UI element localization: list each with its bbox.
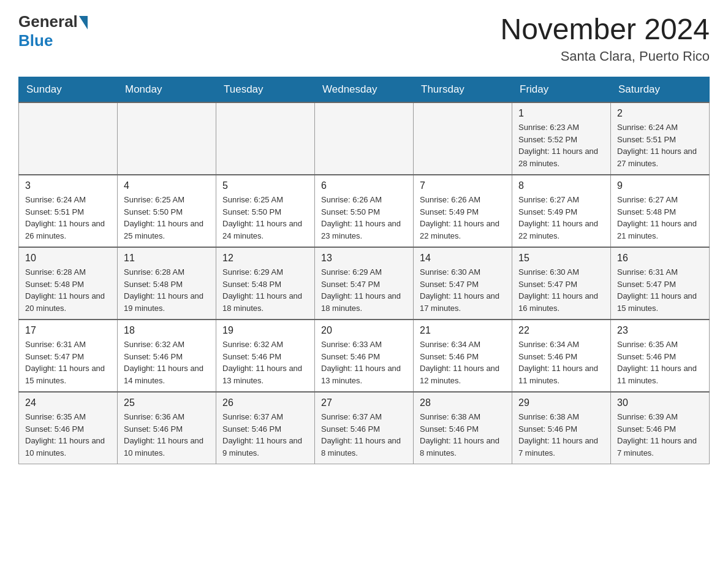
calendar-cell: 5Sunrise: 6:25 AM Sunset: 5:50 PM Daylig… xyxy=(216,175,315,247)
day-number: 5 xyxy=(222,180,308,191)
calendar-cell: 25Sunrise: 6:36 AM Sunset: 5:46 PM Dayli… xyxy=(118,392,216,464)
calendar-cell: 30Sunrise: 6:39 AM Sunset: 5:46 PM Dayli… xyxy=(611,392,710,464)
calendar-cell: 14Sunrise: 6:30 AM Sunset: 5:47 PM Dayli… xyxy=(414,247,512,320)
day-info: Sunrise: 6:24 AM Sunset: 5:51 PM Dayligh… xyxy=(25,194,111,242)
day-number: 16 xyxy=(617,253,703,264)
calendar-week-row: 24Sunrise: 6:35 AM Sunset: 5:46 PM Dayli… xyxy=(19,392,710,464)
day-number: 1 xyxy=(518,108,604,119)
title-section: November 2024 Santa Clara, Puerto Rico xyxy=(500,12,710,64)
day-info: Sunrise: 6:31 AM Sunset: 5:47 PM Dayligh… xyxy=(25,339,111,386)
day-number: 15 xyxy=(518,253,604,264)
calendar-week-row: 10Sunrise: 6:28 AM Sunset: 5:48 PM Dayli… xyxy=(19,247,710,320)
calendar-header-thursday: Thursday xyxy=(414,77,512,103)
day-number: 8 xyxy=(518,180,604,191)
calendar-week-row: 1Sunrise: 6:23 AM Sunset: 5:52 PM Daylig… xyxy=(19,102,710,175)
calendar-cell: 8Sunrise: 6:27 AM Sunset: 5:49 PM Daylig… xyxy=(512,175,611,247)
calendar-cell: 22Sunrise: 6:34 AM Sunset: 5:46 PM Dayli… xyxy=(512,320,611,392)
day-number: 4 xyxy=(124,180,210,191)
day-number: 27 xyxy=(321,397,407,408)
day-number: 28 xyxy=(420,397,506,408)
calendar-cell: 13Sunrise: 6:29 AM Sunset: 5:47 PM Dayli… xyxy=(315,247,414,320)
day-info: Sunrise: 6:33 AM Sunset: 5:46 PM Dayligh… xyxy=(321,339,407,386)
day-number: 10 xyxy=(25,253,111,264)
day-info: Sunrise: 6:29 AM Sunset: 5:47 PM Dayligh… xyxy=(321,266,407,314)
calendar-cell xyxy=(118,102,216,175)
calendar-cell: 27Sunrise: 6:37 AM Sunset: 5:46 PM Dayli… xyxy=(315,392,414,464)
calendar-cell: 28Sunrise: 6:38 AM Sunset: 5:46 PM Dayli… xyxy=(414,392,512,464)
calendar-cell xyxy=(414,102,512,175)
calendar-cell: 18Sunrise: 6:32 AM Sunset: 5:46 PM Dayli… xyxy=(118,320,216,392)
calendar-cell: 15Sunrise: 6:30 AM Sunset: 5:47 PM Dayli… xyxy=(512,247,611,320)
calendar-cell: 11Sunrise: 6:28 AM Sunset: 5:48 PM Dayli… xyxy=(118,247,216,320)
day-number: 18 xyxy=(124,325,210,336)
day-number: 9 xyxy=(617,180,703,191)
logo: General Blue xyxy=(18,12,88,50)
calendar-cell: 4Sunrise: 6:25 AM Sunset: 5:50 PM Daylig… xyxy=(118,175,216,247)
day-info: Sunrise: 6:32 AM Sunset: 5:46 PM Dayligh… xyxy=(124,339,210,386)
day-number: 30 xyxy=(617,397,703,408)
calendar-week-row: 17Sunrise: 6:31 AM Sunset: 5:47 PM Dayli… xyxy=(19,320,710,392)
day-info: Sunrise: 6:31 AM Sunset: 5:47 PM Dayligh… xyxy=(617,266,703,314)
day-number: 23 xyxy=(617,325,703,336)
month-title: November 2024 xyxy=(500,12,710,46)
day-info: Sunrise: 6:29 AM Sunset: 5:48 PM Dayligh… xyxy=(222,266,308,314)
calendar-cell: 19Sunrise: 6:32 AM Sunset: 5:46 PM Dayli… xyxy=(216,320,315,392)
day-number: 21 xyxy=(420,325,506,336)
logo-triangle-icon xyxy=(79,16,88,29)
day-info: Sunrise: 6:38 AM Sunset: 5:46 PM Dayligh… xyxy=(420,411,506,459)
day-number: 17 xyxy=(25,325,111,336)
calendar-header-monday: Monday xyxy=(118,77,216,103)
calendar-table: SundayMondayTuesdayWednesdayThursdayFrid… xyxy=(18,77,710,464)
day-info: Sunrise: 6:35 AM Sunset: 5:46 PM Dayligh… xyxy=(25,411,111,459)
day-number: 11 xyxy=(124,253,210,264)
calendar-cell: 7Sunrise: 6:26 AM Sunset: 5:49 PM Daylig… xyxy=(414,175,512,247)
calendar-header-saturday: Saturday xyxy=(611,77,710,103)
day-info: Sunrise: 6:27 AM Sunset: 5:49 PM Dayligh… xyxy=(518,194,604,242)
calendar-cell: 16Sunrise: 6:31 AM Sunset: 5:47 PM Dayli… xyxy=(611,247,710,320)
calendar-cell: 6Sunrise: 6:26 AM Sunset: 5:50 PM Daylig… xyxy=(315,175,414,247)
calendar-header-sunday: Sunday xyxy=(19,77,118,103)
calendar-cell: 23Sunrise: 6:35 AM Sunset: 5:46 PM Dayli… xyxy=(611,320,710,392)
day-info: Sunrise: 6:28 AM Sunset: 5:48 PM Dayligh… xyxy=(124,266,210,314)
calendar-header-friday: Friday xyxy=(512,77,611,103)
calendar-cell: 20Sunrise: 6:33 AM Sunset: 5:46 PM Dayli… xyxy=(315,320,414,392)
day-number: 24 xyxy=(25,397,111,408)
day-info: Sunrise: 6:34 AM Sunset: 5:46 PM Dayligh… xyxy=(420,339,506,386)
day-number: 13 xyxy=(321,253,407,264)
calendar-cell xyxy=(19,102,118,175)
day-info: Sunrise: 6:36 AM Sunset: 5:46 PM Dayligh… xyxy=(124,411,210,459)
calendar-week-row: 3Sunrise: 6:24 AM Sunset: 5:51 PM Daylig… xyxy=(19,175,710,247)
day-number: 26 xyxy=(222,397,308,408)
day-info: Sunrise: 6:26 AM Sunset: 5:49 PM Dayligh… xyxy=(420,194,506,242)
day-info: Sunrise: 6:38 AM Sunset: 5:46 PM Dayligh… xyxy=(518,411,604,459)
day-number: 2 xyxy=(617,108,703,119)
day-info: Sunrise: 6:35 AM Sunset: 5:46 PM Dayligh… xyxy=(617,339,703,386)
calendar-cell: 10Sunrise: 6:28 AM Sunset: 5:48 PM Dayli… xyxy=(19,247,118,320)
day-number: 14 xyxy=(420,253,506,264)
location-label: Santa Clara, Puerto Rico xyxy=(500,48,710,64)
day-info: Sunrise: 6:26 AM Sunset: 5:50 PM Dayligh… xyxy=(321,194,407,242)
calendar-cell xyxy=(315,102,414,175)
day-info: Sunrise: 6:27 AM Sunset: 5:48 PM Dayligh… xyxy=(617,194,703,242)
day-number: 3 xyxy=(25,180,111,191)
logo-blue-text: Blue xyxy=(18,31,53,50)
calendar-header-tuesday: Tuesday xyxy=(216,77,315,103)
day-number: 19 xyxy=(222,325,308,336)
day-number: 20 xyxy=(321,325,407,336)
day-info: Sunrise: 6:23 AM Sunset: 5:52 PM Dayligh… xyxy=(518,121,604,169)
calendar-cell: 29Sunrise: 6:38 AM Sunset: 5:46 PM Dayli… xyxy=(512,392,611,464)
calendar-cell: 3Sunrise: 6:24 AM Sunset: 5:51 PM Daylig… xyxy=(19,175,118,247)
calendar-header-row: SundayMondayTuesdayWednesdayThursdayFrid… xyxy=(19,77,710,103)
day-info: Sunrise: 6:32 AM Sunset: 5:46 PM Dayligh… xyxy=(222,339,308,386)
calendar-cell: 12Sunrise: 6:29 AM Sunset: 5:48 PM Dayli… xyxy=(216,247,315,320)
day-info: Sunrise: 6:37 AM Sunset: 5:46 PM Dayligh… xyxy=(222,411,308,459)
day-info: Sunrise: 6:34 AM Sunset: 5:46 PM Dayligh… xyxy=(518,339,604,386)
calendar-header-wednesday: Wednesday xyxy=(315,77,414,103)
day-info: Sunrise: 6:24 AM Sunset: 5:51 PM Dayligh… xyxy=(617,121,703,169)
day-number: 7 xyxy=(420,180,506,191)
calendar-cell: 9Sunrise: 6:27 AM Sunset: 5:48 PM Daylig… xyxy=(611,175,710,247)
day-number: 29 xyxy=(518,397,604,408)
day-info: Sunrise: 6:30 AM Sunset: 5:47 PM Dayligh… xyxy=(420,266,506,314)
day-info: Sunrise: 6:37 AM Sunset: 5:46 PM Dayligh… xyxy=(321,411,407,459)
day-info: Sunrise: 6:39 AM Sunset: 5:46 PM Dayligh… xyxy=(617,411,703,459)
